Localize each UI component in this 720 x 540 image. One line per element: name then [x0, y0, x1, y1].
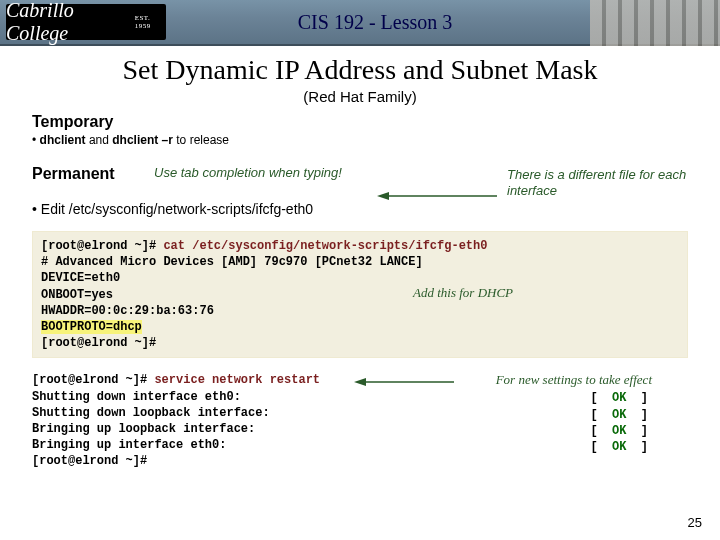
prompt: [root@elrond ~]#	[32, 373, 154, 387]
code-block-restart: [root@elrond ~]# service network restart…	[32, 372, 688, 469]
code-line: HWADDR=00:0c:29:ba:63:76	[41, 303, 679, 319]
page-title: Set Dynamic IP Address and Subnet Mask	[32, 54, 688, 86]
text-release: to release	[173, 133, 229, 147]
cmd-cat: cat /etc/sysconfig/network-scripts/ifcfg…	[163, 239, 487, 253]
tab-completion-hint: Use tab completion when typing!	[154, 165, 342, 180]
permanent-bullet: • Edit /etc/sysconfig/network-scripts/if…	[32, 201, 688, 217]
temporary-heading: Temporary	[32, 113, 688, 131]
text-and: and	[86, 133, 113, 147]
prompt: [root@elrond ~]#	[32, 453, 688, 469]
restart-note: For new settings to take effect	[496, 371, 652, 389]
slide-content: Set Dynamic IP Address and Subnet Mask (…	[0, 54, 720, 469]
header-bar: Cabrillo College EST. 1959 CIS 192 - Les…	[0, 0, 720, 46]
temporary-bullet: • dhclient and dhclient –r to release	[32, 133, 688, 147]
status-ok: [ OK ]	[590, 390, 648, 406]
permanent-row: Permanent Use tab completion when typing…	[32, 165, 688, 217]
prompt: [root@elrond ~]#	[41, 239, 163, 253]
arrow-left-icon	[354, 376, 454, 386]
logo-est: EST. 1959	[135, 14, 166, 30]
page-subtitle: (Red Hat Family)	[32, 88, 688, 105]
ok-status-column: [ OK ] [ OK ] [ OK ] [ OK ]	[590, 390, 648, 455]
page-number: 25	[688, 515, 702, 530]
interface-file-note: There is a different file for each inter…	[507, 167, 717, 198]
status-ok: [ OK ]	[590, 439, 648, 455]
code-highlight-bootproto: BOOTPROTO=dhcp	[41, 320, 142, 334]
code-line: ONBOOT=yes	[41, 287, 679, 303]
college-logo: Cabrillo College EST. 1959	[6, 4, 166, 40]
logo-text: Cabrillo College	[6, 0, 131, 45]
status-ok: [ OK ]	[590, 407, 648, 423]
cmd-dhclient-release: dhclient –r	[112, 133, 173, 147]
cmd-dhclient: dhclient	[40, 133, 86, 147]
prompt: [root@elrond ~]#	[41, 335, 679, 351]
status-ok: [ OK ]	[590, 423, 648, 439]
code-line: DEVICE=eth0	[41, 270, 679, 286]
svg-marker-1	[377, 192, 389, 200]
cmd-service-restart: service network restart	[154, 373, 320, 387]
code-block-cat: [root@elrond ~]# cat /etc/sysconfig/netw…	[32, 231, 688, 358]
dhcp-note: Add this for DHCP	[413, 284, 513, 302]
code-line: # Advanced Micro Devices [AMD] 79c970 [P…	[41, 254, 679, 270]
header-decor	[590, 0, 720, 46]
arrow-left-icon	[377, 189, 497, 199]
permanent-heading: Permanent	[32, 165, 115, 182]
svg-marker-3	[354, 378, 366, 386]
bullet-dot: •	[32, 133, 40, 147]
